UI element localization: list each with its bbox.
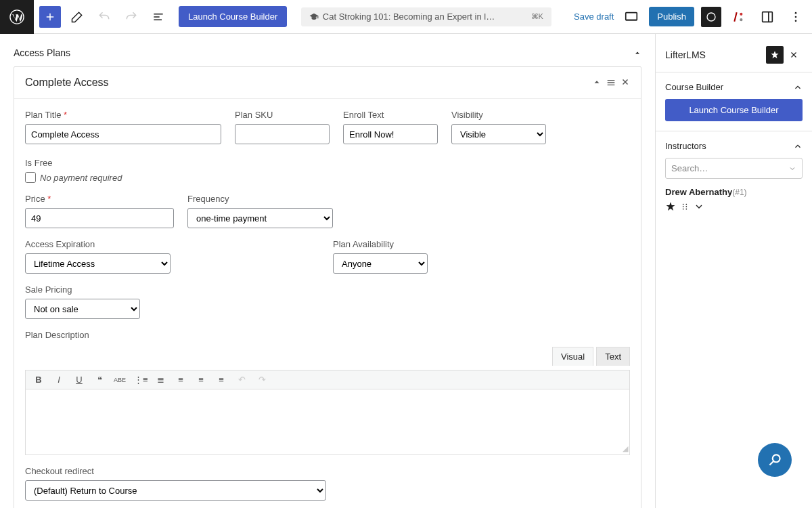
edit-tool-icon[interactable] bbox=[66, 6, 88, 28]
svg-point-10 bbox=[683, 206, 684, 207]
instructor-item: Drew Abernathy(#1) bbox=[665, 187, 803, 197]
plan-sku-input[interactable] bbox=[235, 124, 330, 144]
enroll-text-field: Enroll Text bbox=[343, 110, 438, 144]
align-left-icon[interactable]: ≡ bbox=[175, 375, 187, 385]
chevron-down-icon[interactable] bbox=[694, 201, 704, 212]
svg-point-9 bbox=[683, 204, 684, 205]
save-draft-link[interactable]: Save draft bbox=[574, 12, 614, 22]
plan-availability-select[interactable]: Anyone bbox=[333, 253, 428, 274]
align-right-icon[interactable]: ≡ bbox=[215, 375, 227, 385]
access-expiration-select[interactable]: Lifetime Access bbox=[25, 253, 171, 274]
launch-course-builder-button[interactable]: Launch Course Builder bbox=[179, 6, 287, 27]
svg-point-2 bbox=[707, 13, 715, 21]
svg-point-3 bbox=[740, 12, 742, 15]
collapse-icon[interactable] bbox=[633, 49, 641, 57]
course-builder-section: Course Builder Launch Course Builder bbox=[656, 72, 812, 131]
document-overview-icon[interactable] bbox=[148, 6, 169, 28]
plan-title-field: Plan Title * bbox=[25, 110, 221, 144]
frequency-field: Frequency one-time payment bbox=[187, 194, 333, 228]
access-plans-title: Access Plans bbox=[14, 47, 70, 58]
is-free-label: No payment required bbox=[40, 173, 122, 183]
preview-icon[interactable] bbox=[621, 6, 642, 28]
rte-tab-visual[interactable]: Visual bbox=[552, 347, 593, 366]
svg-point-14 bbox=[685, 209, 687, 210]
instructors-section-label: Instructors bbox=[665, 141, 706, 151]
settings-sidebar: LifterLMS Course Builder Launch Course B… bbox=[655, 34, 812, 508]
plugin-yoast-icon[interactable] bbox=[701, 7, 721, 27]
help-fab-button[interactable] bbox=[758, 443, 792, 477]
italic-icon[interactable]: I bbox=[53, 375, 65, 385]
price-field: Price * bbox=[25, 194, 174, 228]
panel-menu-icon[interactable] bbox=[606, 77, 616, 88]
add-block-button[interactable] bbox=[39, 6, 61, 28]
bold-icon[interactable]: B bbox=[32, 375, 45, 385]
bullet-list-icon[interactable]: ⋮≡ bbox=[134, 375, 146, 385]
price-input[interactable] bbox=[25, 208, 174, 228]
underline-icon[interactable]: U bbox=[73, 375, 85, 385]
access-plan-panel: Complete Access Plan Title * Plan SKU bbox=[14, 66, 641, 508]
document-title-dropdown[interactable]: Cat Stroking 101: Becoming an Expert in … bbox=[301, 7, 551, 26]
resize-handle-icon[interactable]: ◢ bbox=[623, 444, 628, 453]
rte-tab-text[interactable]: Text bbox=[596, 347, 630, 366]
rte-textarea[interactable]: ◢ bbox=[26, 389, 629, 454]
instructors-section: Instructors Search… Drew Abernathy(#1) bbox=[656, 131, 812, 221]
redo-icon[interactable] bbox=[120, 6, 142, 28]
is-free-checkbox[interactable] bbox=[25, 172, 36, 183]
document-title-text: Cat Stroking 101: Becoming an Expert in … bbox=[323, 12, 495, 22]
plan-sku-field: Plan SKU bbox=[235, 110, 330, 144]
rte-redo-icon[interactable]: ↷ bbox=[256, 375, 268, 385]
frequency-select[interactable]: one-time payment bbox=[187, 208, 333, 228]
sidebar-title: LifterLMS bbox=[665, 49, 706, 60]
builder-section-label: Course Builder bbox=[665, 82, 723, 92]
checkout-redirect-field: Checkout redirect (Default) Return to Co… bbox=[25, 466, 326, 501]
strike-icon[interactable]: ABE bbox=[114, 377, 126, 383]
panel-title: Complete Access bbox=[25, 77, 109, 89]
svg-point-4 bbox=[740, 18, 742, 21]
plan-availability-field: Plan Availability Anyone bbox=[333, 239, 428, 274]
settings-panel-icon[interactable] bbox=[757, 6, 778, 28]
sidebar-launch-builder-button[interactable]: Launch Course Builder bbox=[665, 99, 803, 121]
sidebar-header: LifterLMS bbox=[656, 34, 812, 72]
publish-button[interactable]: Publish bbox=[649, 7, 694, 26]
plugin-traffic-icon[interactable] bbox=[728, 6, 750, 28]
svg-point-15 bbox=[773, 454, 780, 462]
drag-handle-icon[interactable] bbox=[680, 202, 690, 211]
undo-icon[interactable] bbox=[93, 6, 115, 28]
is-free-field: Is Free No payment required bbox=[25, 158, 122, 183]
svg-point-11 bbox=[683, 209, 684, 210]
svg-rect-1 bbox=[626, 12, 637, 20]
sale-pricing-field: Sale Pricing Not on sale bbox=[25, 284, 140, 319]
command-shortcut: ⌘K bbox=[531, 12, 543, 21]
svg-point-6 bbox=[795, 12, 797, 14]
close-sidebar-icon[interactable] bbox=[789, 50, 803, 60]
editor-top-bar: Launch Course Builder Cat Stroking 101: … bbox=[0, 0, 812, 34]
access-expiration-field: Access Expiration Lifetime Access bbox=[25, 239, 171, 274]
panel-collapse-icon[interactable] bbox=[592, 77, 602, 87]
number-list-icon[interactable]: ≣ bbox=[154, 375, 166, 385]
more-menu-icon[interactable] bbox=[785, 6, 807, 28]
grad-cap-icon bbox=[309, 12, 319, 22]
svg-point-13 bbox=[685, 206, 687, 207]
star-filled-icon[interactable] bbox=[665, 201, 676, 212]
quote-icon[interactable]: ❝ bbox=[93, 375, 106, 385]
wordpress-logo[interactable] bbox=[0, 0, 34, 34]
chevron-up-icon bbox=[793, 142, 803, 151]
sale-pricing-select[interactable]: Not on sale bbox=[25, 299, 140, 319]
plan-title-input[interactable] bbox=[25, 124, 221, 144]
star-icon[interactable] bbox=[766, 46, 784, 64]
instructor-search[interactable]: Search… bbox=[665, 158, 803, 179]
rich-text-editor: B I U ❝ ABE ⋮≡ ≣ ≡ ≡ ≡ ↶ ↷ bbox=[25, 370, 630, 455]
svg-point-12 bbox=[685, 204, 687, 205]
panel-close-icon[interactable] bbox=[621, 77, 630, 87]
checkout-redirect-select[interactable]: (Default) Return to Course bbox=[25, 480, 326, 501]
visibility-field: Visibility Visible bbox=[451, 110, 546, 144]
svg-point-7 bbox=[795, 16, 797, 18]
main-content: Access Plans Complete Access Plan Title … bbox=[0, 34, 655, 508]
chevron-down-icon bbox=[788, 165, 796, 173]
enroll-text-input[interactable] bbox=[343, 124, 438, 144]
chevron-up-icon bbox=[793, 83, 803, 92]
align-center-icon[interactable]: ≡ bbox=[195, 375, 207, 385]
rte-undo-icon[interactable]: ↶ bbox=[235, 375, 248, 385]
access-plans-section-header[interactable]: Access Plans bbox=[0, 34, 655, 66]
visibility-select[interactable]: Visible bbox=[451, 124, 546, 144]
